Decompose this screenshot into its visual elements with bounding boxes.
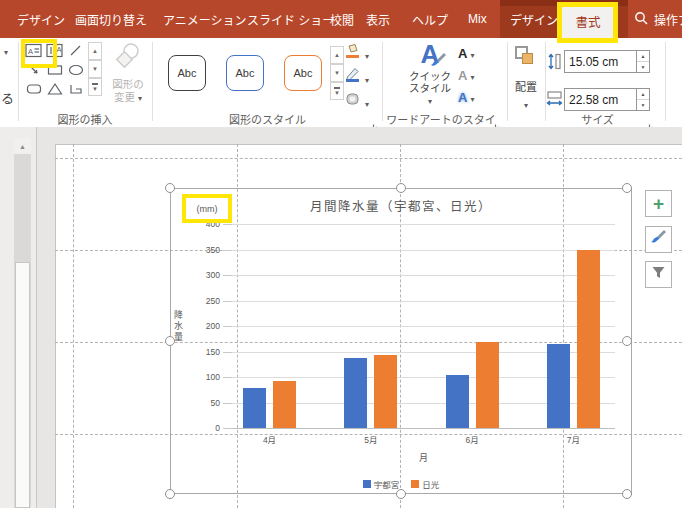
chart-gridline [232,301,615,302]
x-axis-tick-label: 4月 [245,433,295,445]
rounded-rectangle-icon[interactable] [23,79,44,98]
funnel-icon [651,265,666,284]
tab-6[interactable]: ヘルプ [412,0,448,38]
y-axis-tick-label: 250 [170,296,220,306]
arrange-button[interactable]: 配置 [509,42,543,118]
cropped-left-label: る [1,88,14,107]
gallery-more-icon[interactable]: ▼ [88,78,102,96]
gallery-up-icon[interactable]: ▲ [88,42,102,60]
tell-me-search[interactable]: 操作ア [634,0,682,38]
text-effects-icon: A [458,88,467,106]
chart-filters-button[interactable] [645,261,672,288]
y-axis-tick [223,224,232,225]
tab-7[interactable]: Mix [468,0,487,38]
shape-fill-icon [344,43,361,64]
shape-width-icon [546,90,563,111]
chart-title[interactable]: 月間降水量（宇都宮、日光） [170,196,632,215]
tab-3[interactable]: スライド ショー [247,0,334,38]
gallery-down-icon[interactable]: ▼ [330,64,344,82]
elbow-shape-icon[interactable] [65,79,86,98]
change-shape-icon [114,58,142,75]
gallery-up-icon[interactable]: ▲ [330,46,344,64]
y-axis-tick-label: 300 [170,270,220,280]
gallery-more-icon[interactable]: ▼ [330,82,344,100]
selection-handle[interactable] [165,489,175,499]
y-axis-tick [223,428,232,429]
tab-1[interactable]: 画面切り替え [75,0,147,38]
text-outline-button[interactable]: A [458,66,474,84]
height-spinner[interactable]: ▲▼ [637,50,650,73]
ribbon: る AA ▲ ▼ ▼ 図形の 変更 図形の挿入 ▲ ▼ ▼ [0,38,682,128]
y-axis-tick-label: 100 [170,372,220,382]
change-shape-button[interactable]: 図形の 変更 [106,42,150,118]
scrollbar-thumb[interactable] [15,262,30,508]
y-axis-tick-label: 150 [170,347,220,357]
legend-item-宇都宮[interactable]: 宇都宮 [363,478,400,490]
search-label: 操作ア [654,11,682,28]
selection-handle[interactable] [165,336,175,346]
y-axis-tick [223,352,232,353]
legend-swatch [363,480,371,488]
bar-日光-5月 [374,355,397,428]
width-spinner[interactable]: ▲▼ [637,88,650,111]
line-icon[interactable] [65,41,86,60]
tab-2[interactable]: アニメーション [163,0,247,38]
y-axis-tick [223,275,232,276]
y-axis-tick-label: 200 [170,321,220,331]
bar-宇都宮-6月 [446,375,469,428]
scroll-up-icon[interactable]: ▲ [14,138,31,154]
selection-handle[interactable] [165,183,175,193]
triangle-icon[interactable] [44,79,65,98]
selection-handle[interactable] [622,489,632,499]
legend-item-日光[interactable]: 日光 [411,478,439,490]
brush-icon [650,229,667,250]
powerpoint-window: デザイン画面切り替えアニメーションスライド ショー校閲表示ヘルプMixデザイン … [0,0,682,508]
gallery-down-icon[interactable]: ▼ [88,60,102,78]
shape-height-field[interactable] [564,50,637,73]
selection-handle[interactable] [622,183,632,193]
selection-handle[interactable] [396,489,406,499]
y-axis-tick-label: 0 [170,423,220,433]
y-axis-tick [223,326,232,327]
shape-effects-icon [344,91,361,112]
chart-gridline [232,250,615,251]
shape-outline-button[interactable] [344,67,369,88]
selection-border [170,188,632,494]
tab-contextual-8[interactable]: デザイン [510,0,558,38]
shape-outline-icon [344,67,361,88]
shape-effects-button[interactable] [344,91,369,112]
bar-宇都宮-4月 [243,388,266,428]
legend-label: 宇都宮 [374,478,400,490]
shape-style-preview-2[interactable]: Abc [284,55,322,91]
y-axis-tick [223,403,232,404]
quick-styles-icon: A [406,40,454,70]
chart-gridline [232,224,615,225]
shape-width-field[interactable] [564,88,637,111]
chart-elements-button[interactable]: + [645,190,672,217]
legend-swatch [411,480,419,488]
y-axis-tick [223,250,232,251]
chart-styles-button[interactable] [645,226,672,253]
chart-gridline [232,326,615,327]
shape-style-preview-0[interactable]: Abc [168,55,206,91]
guide-line [55,158,682,160]
chart-object[interactable]: 月間降水量（宇都宮、日光） (mm) 降水量 月 050100150200250… [170,188,632,494]
selection-handle[interactable] [396,183,406,193]
chart-gridline [232,275,615,276]
cropped-dropdown-icon[interactable] [4,41,8,59]
tab-5[interactable]: 表示 [366,0,390,38]
x-axis-tick-label: 7月 [548,433,598,445]
tab-0[interactable]: デザイン [17,0,65,38]
shape-height-icon [547,52,562,75]
x-axis-title[interactable]: 月 [232,451,615,464]
tab-4[interactable]: 校閲 [330,0,354,38]
text-effects-button[interactable]: A [458,88,474,106]
shape-fill-button[interactable] [344,43,369,64]
text-fill-button[interactable]: A [458,44,474,62]
shape-style-preview-1[interactable]: Abc [226,55,264,91]
oval-icon[interactable] [65,60,86,79]
group-label-insert-shapes: 図形の挿入 [20,111,150,127]
selection-handle[interactable] [622,336,632,346]
quick-styles-button[interactable]: A クイック スタイル [406,40,454,104]
legend-label: 日光 [422,478,439,490]
